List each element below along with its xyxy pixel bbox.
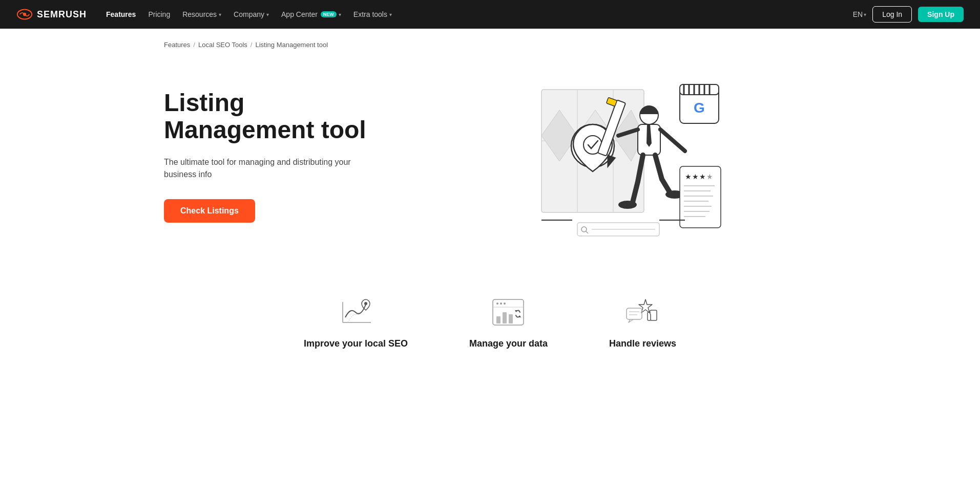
svg-rect-58 <box>627 308 642 319</box>
svg-text:★: ★ <box>685 172 692 181</box>
svg-marker-56 <box>515 310 517 312</box>
svg-point-51 <box>504 303 506 305</box>
svg-point-1 <box>23 13 26 16</box>
breadcrumb-features[interactable]: Features <box>164 41 190 49</box>
breadcrumb-local-seo[interactable]: Local SEO Tools <box>198 41 247 49</box>
hero-section: Listing Management tool The ultimate too… <box>0 49 980 274</box>
hero-description: The ultimate tool for managing and distr… <box>164 156 379 181</box>
chevron-icon: ▾ <box>266 12 269 17</box>
chevron-icon: ▾ <box>339 12 341 17</box>
breadcrumb: Features / Local SEO Tools / Listing Man… <box>0 29 980 49</box>
chevron-icon: ▾ <box>389 12 392 17</box>
svg-point-49 <box>496 303 498 305</box>
chevron-icon: ▾ <box>864 12 866 17</box>
breadcrumb-sep-1: / <box>193 41 195 49</box>
language-selector[interactable]: EN ▾ <box>853 10 866 18</box>
svg-rect-55 <box>509 314 513 324</box>
logo-text: SEMRUSH <box>37 9 87 20</box>
nav-features[interactable]: Features <box>101 7 141 21</box>
svg-text:★: ★ <box>706 172 713 181</box>
nav-pricing[interactable]: Pricing <box>143 7 175 21</box>
svg-rect-54 <box>503 312 507 324</box>
svg-marker-57 <box>518 315 521 317</box>
check-listings-button[interactable]: Check Listings <box>164 199 255 223</box>
svg-text:★: ★ <box>692 172 699 181</box>
nav-resources[interactable]: Resources ▾ <box>177 7 226 21</box>
nav-right: EN ▾ Log In Sign Up <box>853 6 964 23</box>
nav-links: Features Pricing Resources ▾ Company ▾ A… <box>101 7 397 21</box>
location-graph-icon <box>335 294 376 330</box>
feature-manage-data: Manage your data <box>469 294 548 349</box>
features-section: Improve your local SEO <box>0 274 980 380</box>
svg-point-16 <box>618 201 637 209</box>
hero-title: Listing Management tool <box>164 90 379 144</box>
navbar: SEMRUSH Features Pricing Resources ▾ Com… <box>0 0 980 29</box>
feature-reviews: Handle reviews <box>609 294 676 349</box>
breadcrumb-current: Listing Management tool <box>255 41 328 49</box>
svg-point-47 <box>364 302 367 305</box>
hero-illustration: G ★ ★ ★ ★ <box>420 69 816 243</box>
logo[interactable]: SEMRUSH <box>16 9 87 20</box>
data-chart-icon <box>488 294 529 330</box>
breadcrumb-sep-2: / <box>251 41 253 49</box>
svg-text:★: ★ <box>699 172 706 181</box>
feature-reviews-label: Handle reviews <box>609 338 676 349</box>
new-badge: new <box>321 11 337 17</box>
login-button[interactable]: Log In <box>872 6 912 23</box>
nav-app-center[interactable]: App Center new ▾ <box>276 7 346 21</box>
nav-left: SEMRUSH Features Pricing Resources ▾ Com… <box>16 7 397 21</box>
nav-company[interactable]: Company ▾ <box>228 7 274 21</box>
hero-content: Listing Management tool The ultimate too… <box>164 90 379 223</box>
feature-local-seo: Improve your local SEO <box>304 294 408 349</box>
svg-point-50 <box>500 303 502 305</box>
svg-rect-53 <box>496 316 501 324</box>
reviews-icon <box>622 294 663 330</box>
nav-extra-tools[interactable]: Extra tools ▾ <box>348 7 397 21</box>
svg-text:G: G <box>694 100 705 116</box>
feature-local-seo-label: Improve your local SEO <box>304 338 408 349</box>
signup-button[interactable]: Sign Up <box>918 7 964 22</box>
chevron-icon: ▾ <box>219 12 221 17</box>
feature-manage-data-label: Manage your data <box>469 338 548 349</box>
